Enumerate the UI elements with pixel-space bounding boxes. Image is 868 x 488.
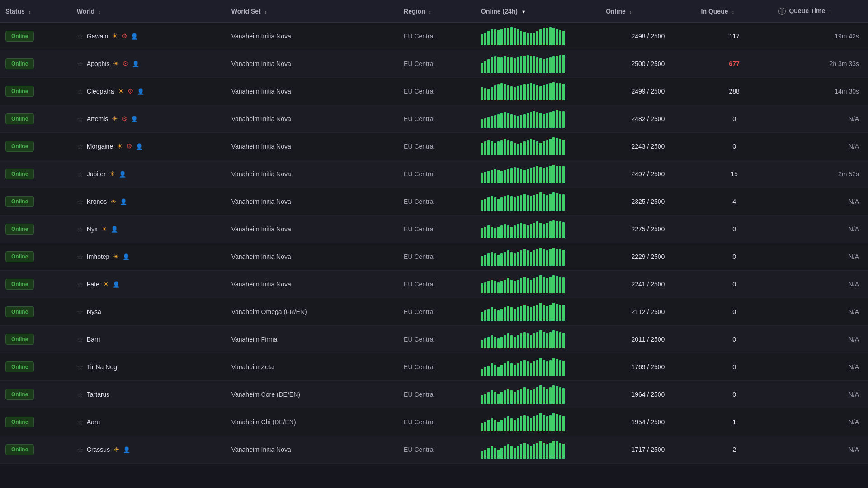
chart-bar — [510, 307, 513, 321]
chart-bar — [494, 448, 496, 459]
chart-bar — [510, 57, 513, 73]
chart-bar — [517, 116, 519, 128]
chart-bar — [517, 224, 519, 238]
favorite-icon[interactable]: ☆ — [77, 390, 83, 399]
chart-bar — [549, 387, 552, 404]
table-row[interactable]: Online☆NysaVanaheim Omega (FR/EN)EU Cent… — [0, 298, 868, 326]
chart-bar — [530, 363, 532, 376]
col-header-region[interactable]: Region ↕ — [398, 0, 476, 23]
col-header-online[interactable]: Online ↕ — [600, 0, 695, 23]
chart-bar — [562, 111, 565, 128]
chart-bar — [500, 281, 503, 293]
chart-bar — [510, 363, 513, 376]
favorite-icon[interactable]: ☆ — [77, 446, 83, 454]
col-header-inqueue[interactable]: In Queue ↕ — [696, 0, 773, 23]
chart-bar — [533, 444, 535, 459]
chart-bar — [536, 141, 538, 155]
favorite-icon[interactable]: ☆ — [77, 335, 83, 344]
chart-bar — [491, 116, 493, 128]
chart-bar — [491, 252, 493, 266]
chart-bar — [552, 82, 555, 100]
world-name: Apophis — [87, 60, 110, 67]
favorite-icon[interactable]: ☆ — [77, 418, 83, 427]
favorite-icon[interactable]: ☆ — [77, 32, 83, 41]
chart-bar — [530, 83, 532, 100]
chart-bar — [536, 387, 538, 404]
chart-bar — [520, 361, 522, 376]
table-row[interactable]: Online☆Jupiter☀👤Vanaheim Initia NovaEU C… — [0, 160, 868, 188]
chart-bar — [552, 248, 555, 266]
chart-bar — [504, 390, 506, 404]
chart-bar — [491, 57, 493, 73]
table-row[interactable]: Online☆Artemis☀⚙👤Vanaheim Initia NovaEU … — [0, 105, 868, 133]
sort-icon-online24h: ▼ — [521, 9, 526, 14]
table-row[interactable]: Online☆Cleopatra☀⚙👤Vanaheim Initia NovaE… — [0, 78, 868, 105]
chart-bar — [517, 196, 519, 211]
chart-bar — [514, 167, 516, 183]
table-row[interactable]: Online☆TartarusVanaheim Core (DE/EN)EU C… — [0, 381, 868, 408]
favorite-icon[interactable]: ☆ — [77, 197, 83, 206]
col-header-online24h[interactable]: Online (24h) ▼ — [476, 0, 600, 23]
favorite-icon[interactable]: ☆ — [77, 60, 83, 68]
favorite-icon[interactable]: ☆ — [77, 363, 83, 371]
table-row[interactable]: Online☆Crassus☀👤Vanaheim Initia NovaEU C… — [0, 436, 868, 464]
chart-bar — [487, 448, 490, 459]
person-icon: 👤 — [119, 171, 126, 178]
table-row[interactable]: Online☆Fate☀👤Vanaheim Initia NovaEU Cent… — [0, 271, 868, 298]
chart-bar — [546, 223, 548, 238]
inqueue-cell: 0 — [696, 381, 773, 408]
col-header-worldset[interactable]: World Set ↕ — [226, 0, 398, 23]
status-cell: Online — [0, 326, 71, 353]
chart-bar — [510, 114, 513, 128]
chart-bar — [552, 111, 555, 128]
table-row[interactable]: Online☆Apophis☀⚙👤Vanaheim Initia NovaEU … — [0, 50, 868, 78]
sort-icon-inqueue: ↕ — [731, 9, 734, 14]
col-header-world[interactable]: World ↕ — [71, 0, 226, 23]
chart-bar — [497, 199, 500, 211]
favorite-icon[interactable]: ☆ — [77, 87, 83, 96]
online-count-cell: 2011 / 2500 — [600, 326, 695, 353]
favorite-icon[interactable]: ☆ — [77, 142, 83, 151]
chart-bar — [523, 249, 525, 266]
chart-cell — [476, 271, 600, 298]
favorite-icon[interactable]: ☆ — [77, 253, 83, 261]
chart-bar — [491, 87, 493, 100]
chart-bar — [514, 197, 516, 211]
table-row[interactable]: Online☆Nyx☀👤Vanaheim Initia NovaEU Centr… — [0, 216, 868, 243]
favorite-icon[interactable]: ☆ — [77, 308, 83, 316]
worldset-cell: Vanaheim Initia Nova — [226, 133, 398, 160]
chart-bar — [523, 387, 525, 404]
table-row[interactable]: Online☆Tir Na NogVanaheim ZetaEU Central… — [0, 353, 868, 381]
favorite-icon[interactable]: ☆ — [77, 170, 83, 178]
chart-bar — [514, 253, 516, 266]
chart-bar — [543, 387, 545, 404]
queuetime-cell: 2h 3m 33s — [773, 50, 868, 78]
table-row[interactable]: Online☆AaruVanaheim Chi (DE/EN)EU Centra… — [0, 408, 868, 436]
queuetime-cell: N/A — [773, 436, 868, 464]
table-row[interactable]: Online☆Imhotep☀👤Vanaheim Initia NovaEU C… — [0, 243, 868, 271]
chart-bar — [484, 88, 486, 100]
online-count-cell: 2500 / 2500 — [600, 50, 695, 78]
col-header-status[interactable]: Status ↕ — [0, 0, 71, 23]
favorite-icon[interactable]: ☆ — [77, 225, 83, 234]
chart-bar — [546, 167, 548, 183]
sun-icon: ☀ — [113, 60, 119, 68]
person-icon: 👤 — [120, 198, 127, 205]
favorite-icon[interactable]: ☆ — [77, 115, 83, 123]
favorite-icon[interactable]: ☆ — [77, 280, 83, 289]
table-row[interactable]: Online☆Morgaine☀⚙👤Vanaheim Initia NovaEU… — [0, 133, 868, 160]
col-header-queuetime[interactable]: i Queue Time ↕ — [773, 0, 868, 23]
inqueue-cell: 2 — [696, 436, 773, 464]
chart-bar — [539, 192, 542, 211]
status-cell: Online — [0, 271, 71, 298]
chart-bar — [510, 86, 513, 101]
chart-bar — [517, 363, 519, 376]
chart-bar — [559, 55, 561, 73]
table-row[interactable]: Online☆Gawain☀⚙👤Vanaheim Initia NovaEU C… — [0, 23, 868, 50]
chart-bar — [481, 200, 483, 211]
chart-bar — [539, 143, 542, 156]
table-row[interactable]: Online☆BarriVanaheim FirmaEU Central2011… — [0, 326, 868, 353]
table-row[interactable]: Online☆Kronos☀👤Vanaheim Initia NovaEU Ce… — [0, 188, 868, 216]
chart-bar — [556, 331, 558, 349]
queuetime-cell: N/A — [773, 243, 868, 271]
